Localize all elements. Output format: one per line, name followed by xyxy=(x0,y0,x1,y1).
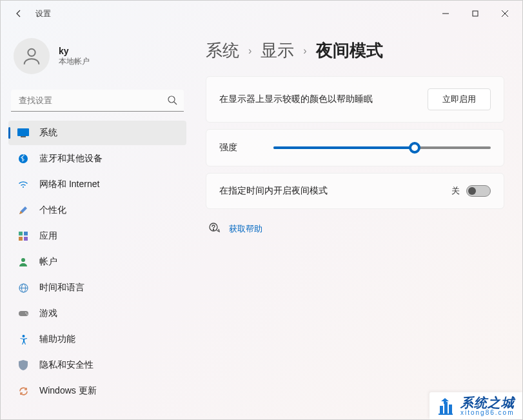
nav-label: 系统 xyxy=(39,127,57,139)
svg-rect-10 xyxy=(19,232,23,235)
svg-point-20 xyxy=(26,314,28,315)
nav-list: 系统 蓝牙和其他设备 网络和 Internet 个性化 应用 帐户 xyxy=(8,121,186,403)
sidebar: ky 本地帐户 系统 蓝牙和其他设备 网络和 Internet xyxy=(1,26,194,419)
nav-item-accessibility[interactable]: 辅助功能 xyxy=(8,327,186,352)
watermark: 系统之城 xitong86.com xyxy=(429,392,522,419)
nav-item-gaming[interactable]: 游戏 xyxy=(8,301,186,326)
enable-description: 在显示器上显示较暖的颜色以帮助睡眠 xyxy=(219,94,428,105)
search-input[interactable] xyxy=(11,90,184,112)
person-icon xyxy=(17,256,29,268)
help-row: 获取帮助 xyxy=(206,222,504,236)
window-title: 设置 xyxy=(35,8,51,19)
svg-line-6 xyxy=(174,102,177,105)
apps-icon xyxy=(17,230,29,242)
svg-point-23 xyxy=(213,229,213,230)
strength-slider[interactable] xyxy=(273,141,491,154)
nav-item-network[interactable]: 网络和 Internet xyxy=(8,172,186,197)
chevron-right-icon: › xyxy=(303,45,306,57)
watermark-logo-icon xyxy=(436,397,455,416)
nav-item-update[interactable]: Windows 更新 xyxy=(8,379,186,403)
nav-label: 辅助功能 xyxy=(39,334,75,345)
nav-item-privacy[interactable]: 隐私和安全性 xyxy=(8,353,186,377)
enable-now-button[interactable]: 立即启用 xyxy=(428,88,491,110)
svg-point-5 xyxy=(168,96,175,103)
slider-fill xyxy=(273,146,415,149)
nav-label: 游戏 xyxy=(39,308,57,319)
svg-rect-13 xyxy=(24,237,28,241)
strength-label: 强度 xyxy=(219,142,258,154)
svg-point-9 xyxy=(19,154,28,163)
update-icon xyxy=(17,385,29,397)
accessibility-icon xyxy=(17,334,29,345)
slider-thumb[interactable] xyxy=(409,142,420,154)
globe-icon xyxy=(17,282,29,294)
nav-item-personalization[interactable]: 个性化 xyxy=(8,198,186,223)
enable-card: 在显示器上显示较暖的颜色以帮助睡眠 立即启用 xyxy=(206,76,504,123)
breadcrumb-system[interactable]: 系统 xyxy=(206,39,239,62)
minimize-button[interactable] xyxy=(431,3,460,24)
system-icon xyxy=(17,127,29,139)
svg-point-21 xyxy=(22,335,25,337)
nav-item-system[interactable]: 系统 xyxy=(8,121,186,145)
user-subtitle: 本地帐户 xyxy=(59,56,90,67)
schedule-description: 在指定时间内开启夜间模式 xyxy=(219,185,451,197)
watermark-url: xitong86.com xyxy=(460,409,515,417)
strength-card: 强度 xyxy=(206,129,504,166)
toggle-state-label: 关 xyxy=(451,185,460,197)
gamepad-icon xyxy=(17,308,29,319)
user-name: ky xyxy=(59,46,90,56)
titlebar: 设置 xyxy=(1,1,522,26)
breadcrumb-current: 夜间模式 xyxy=(316,39,383,62)
back-button[interactable] xyxy=(8,3,29,24)
schedule-card[interactable]: 在指定时间内开启夜间模式 关 xyxy=(206,173,504,209)
watermark-title: 系统之城 xyxy=(460,396,515,409)
nav-label: 网络和 Internet xyxy=(39,179,99,190)
shield-icon xyxy=(17,359,29,371)
nav-item-bluetooth[interactable]: 蓝牙和其他设备 xyxy=(8,146,186,171)
close-button[interactable] xyxy=(490,3,520,24)
nav-label: 个性化 xyxy=(39,205,66,216)
nav-item-apps[interactable]: 应用 xyxy=(8,224,186,248)
nav-label: 应用 xyxy=(39,230,57,242)
nav-item-accounts[interactable]: 帐户 xyxy=(8,250,186,274)
user-block[interactable]: ky 本地帐户 xyxy=(8,34,186,87)
window-controls xyxy=(431,3,520,24)
bluetooth-icon xyxy=(17,153,29,165)
nav-label: 蓝牙和其他设备 xyxy=(39,153,103,165)
svg-rect-1 xyxy=(473,11,478,16)
brush-icon xyxy=(17,205,29,216)
svg-rect-18 xyxy=(19,311,28,316)
maximize-button[interactable] xyxy=(460,3,490,24)
svg-rect-11 xyxy=(24,232,28,235)
nav-label: 隐私和安全性 xyxy=(39,359,94,371)
svg-rect-7 xyxy=(17,128,29,136)
svg-point-4 xyxy=(28,49,35,56)
nav-label: 时间和语言 xyxy=(39,282,84,294)
help-icon xyxy=(208,222,220,236)
get-help-link[interactable]: 获取帮助 xyxy=(229,223,262,235)
main-content: 系统 › 显示 › 夜间模式 在显示器上显示较暖的颜色以帮助睡眠 立即启用 强度… xyxy=(194,26,522,419)
breadcrumb-display[interactable]: 显示 xyxy=(261,39,294,62)
avatar xyxy=(14,38,50,74)
svg-point-14 xyxy=(21,258,25,262)
svg-point-19 xyxy=(25,312,26,314)
toggle-knob xyxy=(468,187,476,195)
wifi-icon xyxy=(17,179,29,190)
nav-label: 帐户 xyxy=(39,256,57,268)
nav-label: Windows 更新 xyxy=(39,385,97,397)
breadcrumb: 系统 › 显示 › 夜间模式 xyxy=(206,39,504,62)
search-icon xyxy=(167,95,177,108)
nav-item-time-language[interactable]: 时间和语言 xyxy=(8,275,186,300)
chevron-right-icon: › xyxy=(248,45,252,57)
svg-rect-12 xyxy=(19,237,23,241)
svg-rect-8 xyxy=(21,136,26,137)
schedule-toggle[interactable] xyxy=(466,185,491,197)
